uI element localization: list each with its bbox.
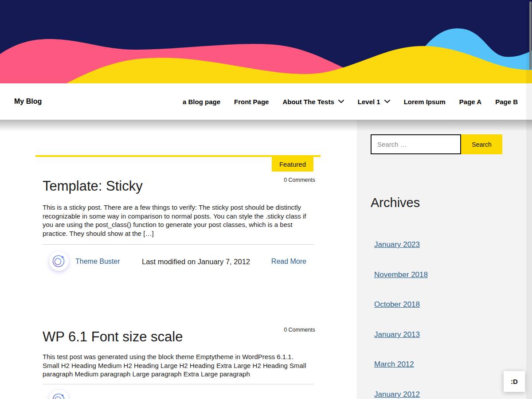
nav-item-page-a[interactable]: Page A [459, 98, 481, 106]
chevron-down-icon [338, 100, 344, 103]
post-wp61-font-size-scale: 0 Comments WP 6.1 Font size scale This t… [35, 327, 321, 399]
read-more-link[interactable]: Read More [271, 258, 306, 266]
wave-decoration-icon [0, 0, 532, 83]
nav-item-front-page[interactable]: Front Page [234, 98, 269, 106]
divider [43, 384, 313, 384]
post-excerpt: This test post was generated using the b… [43, 352, 311, 379]
author-link[interactable]: Theme Buster [75, 258, 120, 266]
search-input[interactable] [371, 134, 461, 154]
avatar[interactable] [49, 251, 69, 271]
post-title[interactable]: WP 6.1 Font size scale [43, 329, 183, 345]
archive-link-november-2018[interactable]: November 2018 [374, 270, 428, 279]
comments-count[interactable]: 0 Comments [284, 177, 315, 183]
avatar[interactable] [49, 390, 69, 399]
nav-item-label: Front Page [234, 98, 269, 106]
scrollbar-thumb[interactable] [529, 1, 532, 70]
nav-item-label: About The Tests [282, 98, 334, 106]
chevron-down-icon [384, 100, 390, 103]
featured-badge: Featured [272, 157, 313, 172]
site-title-link[interactable]: My Blog [14, 83, 42, 120]
post-template-sticky: Featured 0 Comments Template: Sticky Thi… [35, 155, 321, 276]
post-excerpt: This is a sticky post. There are a few t… [43, 203, 311, 238]
archive-link-march-2012[interactable]: March 2012 [374, 360, 414, 369]
archive-link-january-2023[interactable]: January 2023 [374, 240, 420, 249]
nav-item-label: Page B [495, 98, 518, 106]
divider [43, 244, 313, 245]
sidebar [357, 120, 532, 399]
nav-item-label: Lorem Ipsum [404, 98, 446, 106]
nav-menu: a Blog page Front Page About The Tests L… [183, 83, 518, 120]
nav-item-label: a Blog page [183, 98, 220, 106]
archives-heading: Archives [371, 196, 420, 210]
archive-link-october-2018[interactable]: October 2018 [374, 300, 420, 309]
nav-item-page-b[interactable]: Page B [495, 98, 518, 106]
modified-date: Last modified on January 7, 2012 [142, 258, 250, 266]
archive-link-january-2012[interactable]: January 2012 [374, 390, 420, 399]
comments-count[interactable]: 0 Comments [284, 327, 315, 333]
archive-link-january-2013[interactable]: January 2013 [374, 330, 420, 339]
hero-header [0, 0, 532, 83]
search-button[interactable]: Search [461, 134, 502, 154]
nav-item-about-the-tests[interactable]: About The Tests [282, 98, 344, 106]
emoji-feedback-button[interactable]: :D [504, 371, 525, 392]
spiral-logo-icon [52, 254, 66, 268]
nav-item-label: Level 1 [358, 98, 380, 106]
top-nav: My Blog a Blog page Front Page About The… [0, 83, 532, 120]
nav-item-label: Page A [459, 98, 481, 106]
spiral-logo-icon [52, 392, 66, 399]
nav-item-a-blog-page[interactable]: a Blog page [183, 98, 220, 106]
nav-item-lorem-ipsum[interactable]: Lorem Ipsum [404, 98, 446, 106]
nav-item-level-1[interactable]: Level 1 [358, 98, 390, 106]
post-title[interactable]: Template: Sticky [43, 178, 143, 194]
